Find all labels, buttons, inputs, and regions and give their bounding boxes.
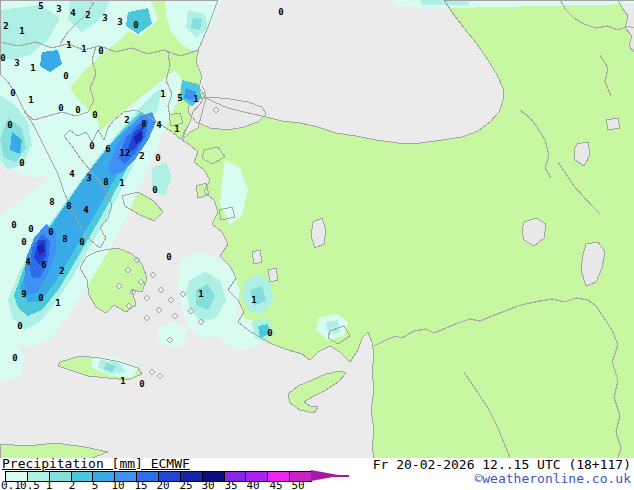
precip-value-label: 12 [120,148,131,158]
precip-value-label: 1 [193,94,198,104]
precip-value-label: 0 [89,141,94,151]
precip-value-label: 1 [81,44,86,54]
precip-value-label: 3 [14,58,19,68]
legend-tick-label: 20 [156,479,169,490]
precip-value-label: 0 [28,224,33,234]
precip-value-label: 1 [251,295,256,305]
precip-value-label: 5 [177,93,182,103]
legend-tick-label: 0.1 [1,479,21,490]
precip-value-label: 0 [7,120,12,130]
precip-value-label: 2 [59,266,64,276]
precip-value-label: 2 [85,10,90,20]
precip-value-label: 0 [267,328,272,338]
precip-value-label: 0 [155,153,160,163]
legend-tick-label: 25 [179,479,192,490]
precip-value-label: 1 [55,298,60,308]
precip-value-label: 0 [58,103,63,113]
legend-tick-label: 30 [201,479,214,490]
precip-value-label: 4 [25,257,31,267]
legend-bar: Precipitation [mm] ECMWF 0.10.5125101520… [0,458,634,490]
legend-tick-label: 15 [134,479,147,490]
precip-value-label: 0 [98,46,103,56]
precip-value-label: 0 [166,252,171,262]
precip-value-label: 0 [152,185,157,195]
precip-value-label: 1 [66,40,71,50]
precip-value-label: 8 [103,177,108,187]
precip-value-label: 0 [278,7,283,17]
precip-value-label: 8 [49,197,54,207]
precip-value-label: 1 [30,63,35,73]
precip-value-label: 5 [38,1,43,11]
precipitation-map: 2153423300311100010000061220043810884000… [0,0,634,458]
precip-value-label: 8 [141,119,146,129]
precip-value-label: 8 [66,201,71,211]
precip-value-label: 0 [12,353,17,363]
precip-value-label: 1 [174,124,179,134]
precip-area [326,320,340,334]
precip-value-label: 4 [83,205,89,215]
precip-value-label: 4 [70,8,76,18]
legend-tick-label: 50 [291,479,304,490]
precip-value-label: 0 [19,158,24,168]
precip-value-label: 0 [11,220,16,230]
legend-tick-label: 45 [269,479,282,490]
precip-value-label: 0 [21,237,26,247]
legend-tick-label: 35 [224,479,237,490]
precip-value-label: 2 [139,151,144,161]
precip-value-label: 2 [3,21,8,31]
precip-value-label: 0 [133,20,138,30]
precip-value-label: 0 [92,110,97,120]
precip-value-label: 9 [21,289,26,299]
legend-tick-label: 2 [69,479,76,490]
precip-value-label: 3 [102,13,107,23]
precip-value-label: 0 [139,379,144,389]
precip-value-label: 1 [120,376,125,386]
legend-title: Precipitation [mm] ECMWF [2,456,190,471]
precip-value-label: 6 [105,144,110,154]
forecast-datetime: Fr 20-02-2026 12..15 UTC (18+117) [373,457,631,472]
precip-value-label: 3 [56,4,61,14]
precip-value-label: 0 [48,227,53,237]
precip-value-label: 3 [117,17,122,27]
legend-tick-label: 40 [246,479,259,490]
scale-arrow-icon [311,470,353,483]
precip-value-label: 1 [19,26,24,36]
precip-value-label: 1 [160,89,165,99]
precip-value-label: 0 [63,71,68,81]
legend-tick-label: 10 [111,479,124,490]
precip-value-label: 0 [75,105,80,115]
precip-value-label: 1 [198,289,203,299]
precip-value-label: 2 [124,115,129,125]
precip-value-label: 0 [17,321,22,331]
precip-value-label: 0 [79,237,84,247]
precip-value-label: 4 [156,120,162,130]
precip-value-label: 0 [0,53,5,63]
precip-value-label: 6 [41,260,46,270]
precip-value-label: 4 [69,169,75,179]
legend-tick-label: 5 [92,479,99,490]
precip-value-label: 1 [28,95,33,105]
precip-value-label: 8 [62,234,67,244]
precip-value-label: 0 [38,293,43,303]
precip-value-label: 0 [10,88,15,98]
weather-map-app: 2153423300311100010000061220043810884000… [0,0,634,490]
legend-tick-label: 1 [46,479,53,490]
precip-value-label: 3 [86,173,91,183]
legend-tick-label: 0.5 [20,479,40,490]
copyright-link[interactable]: ©weatheronline.co.uk [474,471,631,486]
precip-value-label: 1 [119,178,124,188]
